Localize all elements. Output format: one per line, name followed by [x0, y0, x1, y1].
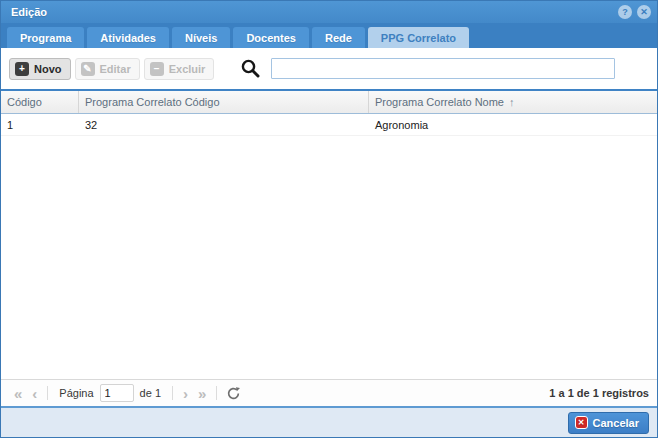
grid-body: 1 32 Agronomia [1, 114, 657, 379]
cell-programa-correlato-nome: Agronomia [369, 114, 657, 135]
cancel-button-label: Cancelar [593, 417, 639, 429]
tab-panel-body: + Novo ✎ Editar − Excluir [1, 48, 657, 437]
column-header-programa-correlato-nome[interactable]: Programa Correlato Nome ↑ [369, 91, 657, 113]
grid: Código Programa Correlato Código Program… [1, 89, 657, 379]
titlebar: Edição ? ✕ [1, 1, 657, 23]
page-label: Página [59, 387, 93, 399]
cancel-x-icon: ✕ [575, 416, 588, 429]
edit-button-label: Editar [100, 63, 131, 75]
window-title: Edição [11, 6, 613, 18]
delete-button-label: Excluir [169, 63, 206, 75]
new-button-label: Novo [34, 63, 62, 75]
first-page-icon[interactable]: « [9, 386, 27, 401]
refresh-icon[interactable] [222, 386, 245, 401]
page-of-label: de 1 [140, 387, 161, 399]
cell-programa-correlato-codigo: 32 [79, 114, 369, 135]
records-count: 1 a 1 de 1 registros [549, 387, 649, 399]
tab-strip: Programa Atividades Níveis Docentes Rede… [1, 23, 657, 48]
minus-icon: − [150, 62, 164, 76]
search-input[interactable] [271, 58, 615, 79]
cell-codigo: 1 [1, 114, 79, 135]
page-number-input[interactable] [100, 384, 134, 402]
footer-bar: ✕ Cancelar [1, 406, 657, 437]
last-page-icon[interactable]: » [193, 386, 211, 401]
prev-page-icon[interactable]: ‹ [27, 386, 42, 401]
grid-header: Código Programa Correlato Código Program… [1, 91, 657, 114]
column-header-programa-correlato-codigo[interactable]: Programa Correlato Código [79, 91, 369, 113]
tab-ppg-correlato[interactable]: PPG Correlato [368, 27, 469, 48]
column-header-codigo[interactable]: Código [1, 91, 79, 113]
help-icon[interactable]: ? [618, 5, 632, 19]
separator [216, 386, 217, 400]
separator [47, 386, 48, 400]
cancel-button[interactable]: ✕ Cancelar [568, 412, 649, 434]
new-button[interactable]: + Novo [9, 58, 71, 80]
search-icon [240, 58, 261, 79]
close-icon[interactable]: ✕ [637, 5, 651, 19]
next-page-icon[interactable]: › [178, 386, 193, 401]
table-row[interactable]: 1 32 Agronomia [1, 114, 657, 136]
grid-toolbar: + Novo ✎ Editar − Excluir [1, 48, 657, 89]
plus-icon: + [15, 62, 29, 76]
tab-programa[interactable]: Programa [7, 27, 84, 48]
delete-button[interactable]: − Excluir [144, 58, 215, 80]
edicao-dialog: Edição ? ✕ Programa Atividades Níveis Do… [0, 0, 658, 438]
tab-atividades[interactable]: Atividades [87, 27, 169, 48]
tab-rede[interactable]: Rede [312, 27, 365, 48]
tab-docentes[interactable]: Docentes [233, 27, 309, 48]
pencil-icon: ✎ [81, 62, 95, 76]
separator [172, 386, 173, 400]
paging-toolbar: « ‹ Página de 1 › » 1 a 1 de 1 registros [1, 379, 657, 406]
tab-niveis[interactable]: Níveis [172, 27, 230, 48]
edit-button[interactable]: ✎ Editar [75, 58, 140, 80]
sort-asc-icon: ↑ [509, 96, 515, 108]
